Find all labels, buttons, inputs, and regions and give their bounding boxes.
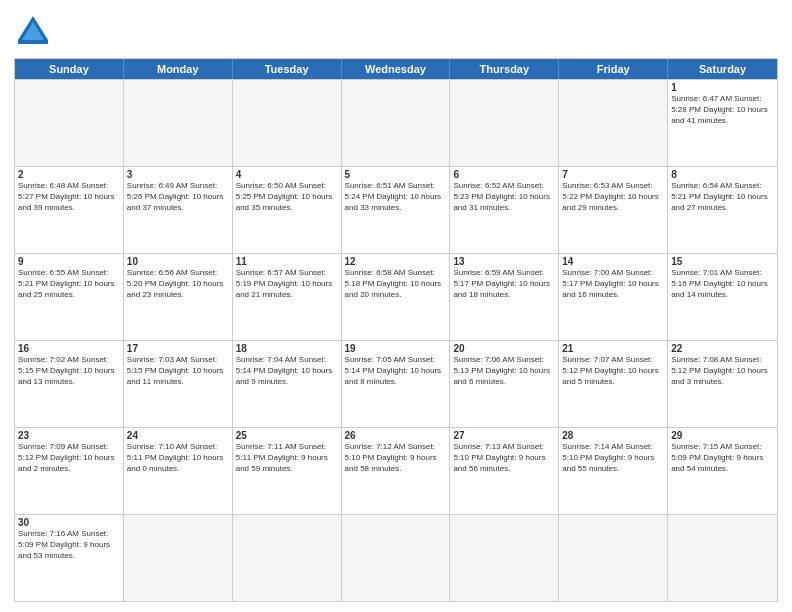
cell-content: Sunrise: 7:14 AM Sunset: 5:10 PM Dayligh… [562, 442, 664, 474]
cell-content: Sunrise: 6:58 AM Sunset: 5:18 PM Dayligh… [345, 268, 447, 300]
cell-content: Sunrise: 7:15 AM Sunset: 5:09 PM Dayligh… [671, 442, 774, 474]
cell-content: Sunrise: 7:11 AM Sunset: 5:11 PM Dayligh… [236, 442, 338, 474]
page: SundayMondayTuesdayWednesdayThursdayFrid… [0, 0, 792, 612]
day-header-tuesday: Tuesday [233, 59, 342, 79]
day-number: 24 [127, 430, 229, 441]
day-number: 1 [671, 82, 774, 93]
logo [14, 12, 52, 50]
cell-w1-d6: 8Sunrise: 6:54 AM Sunset: 5:21 PM Daylig… [668, 167, 777, 253]
cell-w3-d3: 19Sunrise: 7:05 AM Sunset: 5:14 PM Dayli… [342, 341, 451, 427]
week-row-0: 1Sunrise: 6:47 AM Sunset: 5:28 PM Daylig… [15, 79, 777, 166]
svg-rect-2 [18, 40, 48, 44]
cell-w0-d2 [233, 80, 342, 166]
day-number: 15 [671, 256, 774, 267]
day-number: 4 [236, 169, 338, 180]
cell-content: Sunrise: 7:03 AM Sunset: 5:15 PM Dayligh… [127, 355, 229, 387]
cell-w2-d3: 12Sunrise: 6:58 AM Sunset: 5:18 PM Dayli… [342, 254, 451, 340]
cell-content: Sunrise: 6:52 AM Sunset: 5:23 PM Dayligh… [453, 181, 555, 213]
day-number: 19 [345, 343, 447, 354]
cell-content: Sunrise: 7:01 AM Sunset: 5:16 PM Dayligh… [671, 268, 774, 300]
cell-w3-d2: 18Sunrise: 7:04 AM Sunset: 5:14 PM Dayli… [233, 341, 342, 427]
day-number: 16 [18, 343, 120, 354]
cell-content: Sunrise: 6:50 AM Sunset: 5:25 PM Dayligh… [236, 181, 338, 213]
cell-content: Sunrise: 6:54 AM Sunset: 5:21 PM Dayligh… [671, 181, 774, 213]
cell-w5-d6 [668, 515, 777, 601]
cell-w4-d4: 27Sunrise: 7:13 AM Sunset: 5:10 PM Dayli… [450, 428, 559, 514]
day-header-thursday: Thursday [450, 59, 559, 79]
day-number: 10 [127, 256, 229, 267]
cell-w5-d0: 30Sunrise: 7:16 AM Sunset: 5:09 PM Dayli… [15, 515, 124, 601]
cell-w5-d3 [342, 515, 451, 601]
cell-w2-d6: 15Sunrise: 7:01 AM Sunset: 5:16 PM Dayli… [668, 254, 777, 340]
cell-w3-d4: 20Sunrise: 7:06 AM Sunset: 5:13 PM Dayli… [450, 341, 559, 427]
day-number: 23 [18, 430, 120, 441]
cell-w2-d4: 13Sunrise: 6:59 AM Sunset: 5:17 PM Dayli… [450, 254, 559, 340]
day-header-saturday: Saturday [668, 59, 777, 79]
cell-content: Sunrise: 6:47 AM Sunset: 5:28 PM Dayligh… [671, 94, 774, 126]
day-number: 22 [671, 343, 774, 354]
day-number: 21 [562, 343, 664, 354]
cell-content: Sunrise: 6:57 AM Sunset: 5:19 PM Dayligh… [236, 268, 338, 300]
cell-w3-d0: 16Sunrise: 7:02 AM Sunset: 5:15 PM Dayli… [15, 341, 124, 427]
day-number: 7 [562, 169, 664, 180]
day-header-friday: Friday [559, 59, 668, 79]
cell-w0-d5 [559, 80, 668, 166]
cell-w1-d5: 7Sunrise: 6:53 AM Sunset: 5:22 PM Daylig… [559, 167, 668, 253]
cell-w0-d6: 1Sunrise: 6:47 AM Sunset: 5:28 PM Daylig… [668, 80, 777, 166]
cell-content: Sunrise: 7:04 AM Sunset: 5:14 PM Dayligh… [236, 355, 338, 387]
cell-content: Sunrise: 7:13 AM Sunset: 5:10 PM Dayligh… [453, 442, 555, 474]
day-number: 6 [453, 169, 555, 180]
cell-content: Sunrise: 7:12 AM Sunset: 5:10 PM Dayligh… [345, 442, 447, 474]
cell-content: Sunrise: 7:05 AM Sunset: 5:14 PM Dayligh… [345, 355, 447, 387]
day-number: 8 [671, 169, 774, 180]
cell-content: Sunrise: 6:48 AM Sunset: 5:27 PM Dayligh… [18, 181, 120, 213]
day-number: 18 [236, 343, 338, 354]
cell-w4-d6: 29Sunrise: 7:15 AM Sunset: 5:09 PM Dayli… [668, 428, 777, 514]
cell-w2-d0: 9Sunrise: 6:55 AM Sunset: 5:21 PM Daylig… [15, 254, 124, 340]
cell-content: Sunrise: 7:16 AM Sunset: 5:09 PM Dayligh… [18, 529, 120, 561]
cell-w4-d1: 24Sunrise: 7:10 AM Sunset: 5:11 PM Dayli… [124, 428, 233, 514]
day-number: 17 [127, 343, 229, 354]
day-number: 2 [18, 169, 120, 180]
cell-content: Sunrise: 7:00 AM Sunset: 5:17 PM Dayligh… [562, 268, 664, 300]
cell-w1-d0: 2Sunrise: 6:48 AM Sunset: 5:27 PM Daylig… [15, 167, 124, 253]
day-number: 5 [345, 169, 447, 180]
cell-w5-d1 [124, 515, 233, 601]
cell-content: Sunrise: 6:51 AM Sunset: 5:24 PM Dayligh… [345, 181, 447, 213]
cell-content: Sunrise: 7:09 AM Sunset: 5:12 PM Dayligh… [18, 442, 120, 474]
cell-content: Sunrise: 6:56 AM Sunset: 5:20 PM Dayligh… [127, 268, 229, 300]
day-header-sunday: Sunday [15, 59, 124, 79]
cell-content: Sunrise: 6:55 AM Sunset: 5:21 PM Dayligh… [18, 268, 120, 300]
week-row-1: 2Sunrise: 6:48 AM Sunset: 5:27 PM Daylig… [15, 166, 777, 253]
cell-w2-d5: 14Sunrise: 7:00 AM Sunset: 5:17 PM Dayli… [559, 254, 668, 340]
week-row-4: 23Sunrise: 7:09 AM Sunset: 5:12 PM Dayli… [15, 427, 777, 514]
week-row-5: 30Sunrise: 7:16 AM Sunset: 5:09 PM Dayli… [15, 514, 777, 601]
cell-w5-d4 [450, 515, 559, 601]
cell-w0-d0 [15, 80, 124, 166]
day-number: 20 [453, 343, 555, 354]
cell-content: Sunrise: 7:07 AM Sunset: 5:12 PM Dayligh… [562, 355, 664, 387]
cell-w1-d2: 4Sunrise: 6:50 AM Sunset: 5:25 PM Daylig… [233, 167, 342, 253]
cell-w0-d3 [342, 80, 451, 166]
logo-icon [14, 12, 52, 50]
cell-w1-d1: 3Sunrise: 6:49 AM Sunset: 5:26 PM Daylig… [124, 167, 233, 253]
day-number: 14 [562, 256, 664, 267]
weeks: 1Sunrise: 6:47 AM Sunset: 5:28 PM Daylig… [15, 79, 777, 601]
cell-content: Sunrise: 7:02 AM Sunset: 5:15 PM Dayligh… [18, 355, 120, 387]
cell-content: Sunrise: 7:06 AM Sunset: 5:13 PM Dayligh… [453, 355, 555, 387]
cell-w4-d5: 28Sunrise: 7:14 AM Sunset: 5:10 PM Dayli… [559, 428, 668, 514]
cell-w3-d5: 21Sunrise: 7:07 AM Sunset: 5:12 PM Dayli… [559, 341, 668, 427]
week-row-2: 9Sunrise: 6:55 AM Sunset: 5:21 PM Daylig… [15, 253, 777, 340]
day-number: 25 [236, 430, 338, 441]
day-number: 11 [236, 256, 338, 267]
day-number: 26 [345, 430, 447, 441]
day-header-wednesday: Wednesday [342, 59, 451, 79]
day-number: 30 [18, 517, 120, 528]
cell-w2-d1: 10Sunrise: 6:56 AM Sunset: 5:20 PM Dayli… [124, 254, 233, 340]
day-number: 27 [453, 430, 555, 441]
day-number: 9 [18, 256, 120, 267]
calendar: SundayMondayTuesdayWednesdayThursdayFrid… [14, 58, 778, 602]
cell-w5-d2 [233, 515, 342, 601]
day-number: 29 [671, 430, 774, 441]
day-number: 28 [562, 430, 664, 441]
